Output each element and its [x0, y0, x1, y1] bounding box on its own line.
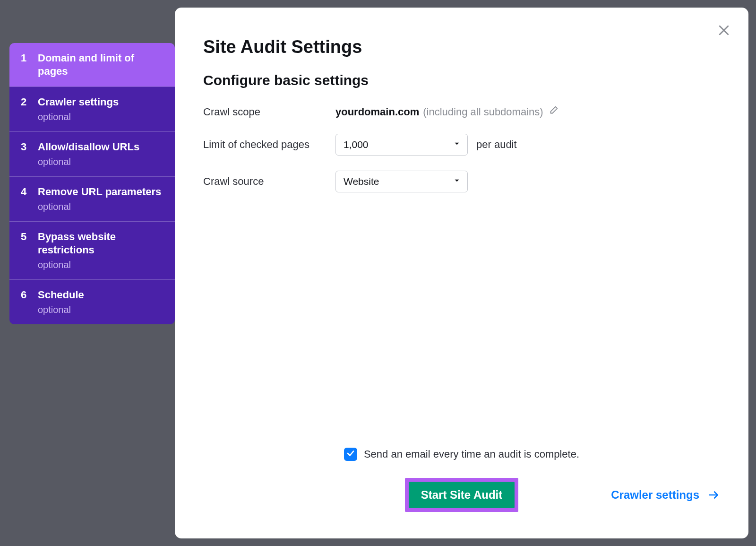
- check-icon: [346, 448, 355, 460]
- step-number: 4: [21, 185, 38, 199]
- start-button-highlight: Start Site Audit: [405, 478, 518, 512]
- limit-pages-label: Limit of checked pages: [203, 139, 335, 151]
- step-number: 2: [21, 95, 38, 109]
- crawl-scope-note: (including all subdomains): [423, 106, 543, 118]
- next-step-link[interactable]: Crawler settings: [611, 488, 720, 502]
- step-title: Remove URL parameters: [38, 185, 163, 199]
- step-title: Bypass website restrictions: [38, 230, 163, 257]
- panel-footer: Send an email every time an audit is com…: [203, 448, 720, 512]
- crawl-source-select[interactable]: Website: [335, 171, 468, 192]
- step-number: 1: [21, 52, 38, 65]
- panel-title: Site Audit Settings: [203, 37, 720, 57]
- email-notify-row: Send an email every time an audit is com…: [203, 448, 720, 461]
- step-domain-limit[interactable]: 1 Domain and limit of pages: [9, 43, 175, 87]
- limit-pages-select[interactable]: 1,000: [335, 134, 468, 156]
- close-button[interactable]: [714, 22, 733, 41]
- step-optional-label: optional: [38, 111, 163, 123]
- settings-panel: Site Audit Settings Configure basic sett…: [175, 8, 748, 538]
- step-title: Schedule: [38, 288, 163, 302]
- step-number: 3: [21, 140, 38, 154]
- step-optional-label: optional: [38, 259, 163, 271]
- email-notify-checkbox[interactable]: [344, 448, 357, 461]
- step-optional-label: optional: [38, 156, 163, 168]
- step-schedule[interactable]: 6 Schedule optional: [9, 279, 175, 324]
- pencil-icon: [548, 105, 558, 119]
- email-notify-label: Send an email every time an audit is com…: [364, 448, 579, 460]
- step-number: 6: [21, 288, 38, 302]
- edit-scope-button[interactable]: [548, 105, 558, 119]
- crawl-scope-label: Crawl scope: [203, 106, 335, 118]
- crawl-scope-domain: yourdomain.com: [335, 106, 419, 118]
- row-limit-pages: Limit of checked pages 1,000 per audit: [203, 134, 720, 156]
- step-bypass-restrictions[interactable]: 5 Bypass website restrictions optional: [9, 221, 175, 279]
- step-optional-label: optional: [38, 303, 163, 316]
- row-crawl-scope: Crawl scope yourdomain.com (including al…: [203, 105, 720, 119]
- step-title: Allow/disallow URLs: [38, 140, 163, 154]
- close-icon: [717, 23, 731, 39]
- start-site-audit-button[interactable]: Start Site Audit: [409, 482, 515, 508]
- crawl-source-label: Crawl source: [203, 175, 335, 188]
- step-number: 5: [21, 230, 38, 243]
- step-allow-disallow-urls[interactable]: 3 Allow/disallow URLs optional: [9, 131, 175, 176]
- step-title: Domain and limit of pages: [38, 52, 163, 78]
- step-crawler-settings[interactable]: 2 Crawler settings optional: [9, 87, 175, 131]
- wizard-stepper: 1 Domain and limit of pages 2 Crawler se…: [9, 43, 175, 324]
- step-title: Crawler settings: [38, 95, 163, 109]
- next-step-label: Crawler settings: [611, 488, 699, 502]
- limit-pages-suffix: per audit: [476, 139, 517, 151]
- step-optional-label: optional: [38, 200, 163, 213]
- row-crawl-source: Crawl source Website: [203, 171, 720, 192]
- step-remove-url-parameters[interactable]: 4 Remove URL parameters optional: [9, 176, 175, 221]
- panel-subtitle: Configure basic settings: [203, 72, 720, 88]
- arrow-right-icon: [708, 489, 720, 501]
